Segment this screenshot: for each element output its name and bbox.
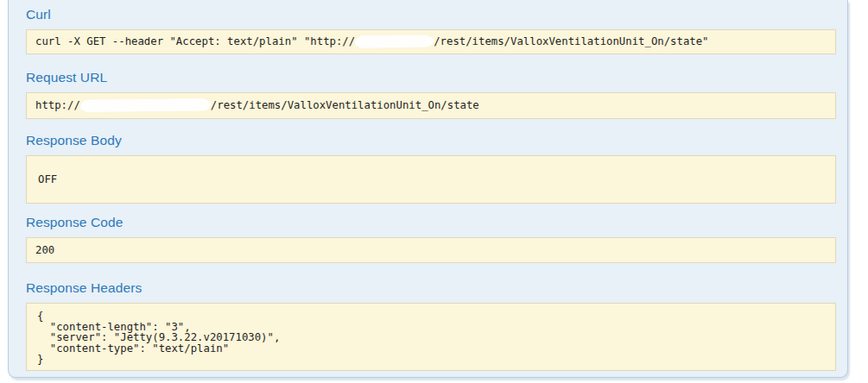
request-url-prefix: http://	[35, 99, 80, 111]
request-url-box: http:///rest/items/ValloxVentilationUnit…	[26, 92, 836, 119]
request-url-suffix: /rest/items/ValloxVentilationUnit_On/sta…	[211, 99, 479, 111]
response-headers-section: Response Headers { "content-length": "3"…	[26, 279, 836, 371]
redaction-scribble	[81, 98, 210, 112]
response-body-section: Response Body OFF	[26, 132, 836, 204]
response-code-heading: Response Code	[26, 214, 836, 230]
curl-command-box: curl -X GET --header "Accept: text/plain…	[26, 29, 836, 54]
response-headers-heading: Response Headers	[26, 279, 836, 296]
request-url-section: Request URL http:///rest/items/ValloxVen…	[26, 69, 836, 119]
response-code-section: Response Code 200	[26, 214, 836, 263]
response-body-box: OFF	[26, 155, 836, 204]
curl-section: Curl curl -X GET --header "Accept: text/…	[26, 6, 836, 54]
curl-command-suffix: /rest/items/ValloxVentilationUnit_On/sta…	[434, 35, 708, 47]
response-body-heading: Response Body	[26, 132, 836, 148]
response-code-box: 200	[26, 237, 836, 263]
redaction-scribble	[356, 35, 433, 47]
api-response-panel: Curl curl -X GET --header "Accept: text/…	[8, 0, 848, 378]
curl-heading: Curl	[26, 6, 836, 22]
response-headers-box: { "content-length": "3", "server": "Jett…	[26, 303, 836, 371]
request-url-heading: Request URL	[26, 69, 836, 85]
curl-command-prefix: curl -X GET --header "Accept: text/plain…	[35, 35, 355, 47]
